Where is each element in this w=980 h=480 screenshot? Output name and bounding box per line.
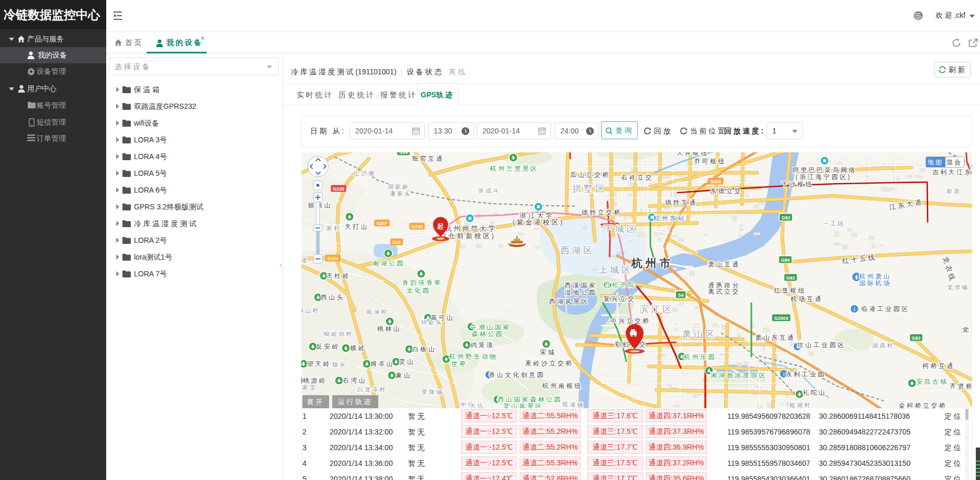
svg-text:东德立交: 东德立交: [710, 187, 742, 195]
svg-text:姆岑山: 姆岑山: [370, 360, 395, 367]
svg-text:i: i: [783, 372, 785, 377]
svg-text:西湖区: 西湖区: [560, 245, 594, 255]
svg-text:灵山风景区: 灵山风景区: [503, 403, 544, 408]
svg-text:麦岭沙立交桥: 麦岭沙立交桥: [525, 360, 573, 367]
svg-text:G235: G235: [411, 224, 423, 229]
svg-text:杭州东站: 杭州东站: [653, 215, 686, 222]
svg-text:瓜山立交桥: 瓜山立交桥: [570, 171, 611, 178]
svg-text:新农: 新农: [947, 188, 961, 194]
svg-text:世界: 世界: [452, 360, 468, 367]
svg-text:(仓前新校区): (仓前新校区): [444, 232, 496, 240]
svg-text:齐贤桥: 齐贤桥: [950, 383, 972, 390]
svg-text:午潮山国家: 午潮山国家: [471, 323, 511, 331]
svg-text:高弓山: 高弓山: [431, 314, 455, 321]
svg-text:娘娘山: 娘娘山: [308, 202, 332, 209]
svg-text:杭州南枢纽: 杭州南枢纽: [542, 382, 583, 389]
svg-text:萧山区: 萧山区: [682, 329, 716, 339]
svg-text:党: 党: [962, 326, 970, 333]
svg-text:西山头: 西山头: [321, 294, 345, 301]
svg-text:安昌古镇: 安昌古镇: [916, 378, 949, 385]
svg-text:中兴立交桥: 中兴立交桥: [611, 317, 651, 325]
svg-text:萧山东互通: 萧山东互通: [756, 334, 796, 341]
svg-text:上城区: 上城区: [599, 265, 633, 275]
svg-text:白龙寺村: 白龙寺村: [357, 386, 387, 393]
svg-text:张成斗: 张成斗: [478, 187, 500, 194]
svg-text:杭州萧山: 杭州萧山: [859, 273, 892, 280]
svg-text:混合: 混合: [947, 159, 963, 166]
svg-text:乔司枢纽: 乔司枢纽: [694, 158, 726, 165]
svg-text:上沙塘: 上沙塘: [354, 170, 376, 176]
svg-text:S101: S101: [710, 179, 721, 184]
svg-text:香韵佳香草: 香韵佳香草: [402, 279, 443, 286]
svg-text:运行轨迹: 运行轨迹: [338, 398, 373, 406]
svg-text:杭州兰里景区: 杭州兰里景区: [490, 165, 538, 172]
svg-text:G92: G92: [781, 215, 790, 220]
svg-text:瓶窑互通: 瓶窑互通: [412, 155, 444, 162]
svg-text:S4: S4: [678, 293, 683, 298]
svg-text:国际机场: 国际机场: [859, 280, 892, 287]
svg-text:桃源岭: 桃源岭: [303, 377, 327, 384]
svg-text:天井枢纽: 天井枢纽: [677, 152, 709, 157]
svg-text:萧山互通: 萧山互通: [708, 261, 740, 268]
svg-text:文化园: 文化园: [407, 287, 431, 294]
svg-text:S15: S15: [392, 240, 401, 245]
svg-text:桃林山: 桃林山: [377, 325, 401, 332]
svg-text:G235: G235: [333, 186, 344, 192]
svg-text:(浙江海宁园区): (浙江海宁园区): [795, 173, 851, 181]
svg-text:万松书院: 万松书院: [604, 281, 636, 288]
svg-text:石湾山: 石湾山: [342, 377, 367, 384]
svg-text:吉利大江东基: 吉利大江东基: [932, 169, 972, 176]
svg-text:红垦枢纽: 红垦枢纽: [773, 287, 806, 294]
svg-text:望天岭: 望天岭: [307, 360, 331, 367]
svg-text:S102: S102: [327, 256, 338, 261]
svg-text:反安岭: 反安岭: [316, 343, 340, 350]
svg-text:鸡笼顶: 鸡笼顶: [470, 341, 494, 349]
svg-text:下城区: 下城区: [604, 224, 638, 234]
svg-text:杭州市: 杭州市: [631, 257, 674, 269]
svg-text:南湖公园: 南湖公园: [373, 260, 405, 267]
svg-text:柯桥互通: 柯桥互通: [922, 362, 955, 370]
svg-text:湿地公园: 湿地公园: [564, 289, 597, 296]
svg-text:周家桥: 周家桥: [388, 184, 410, 190]
svg-text:阿里巴巴菜鸟网络: 阿里巴巴菜鸟网络: [792, 166, 857, 174]
svg-text:宋城: 宋城: [540, 349, 556, 356]
svg-text:S14: S14: [399, 152, 408, 155]
svg-text:G92: G92: [786, 275, 795, 281]
svg-text:桧湖村: 桧湖村: [790, 402, 812, 408]
svg-text:离式立交: 离式立交: [708, 288, 740, 295]
svg-text:G2904: G2904: [774, 316, 788, 321]
svg-text:天打山: 天打山: [345, 223, 369, 230]
svg-text:下沙枢纽: 下沙枢纽: [781, 181, 814, 188]
svg-text:德胜互通: 德胜互通: [665, 199, 697, 206]
svg-text:贩头: 贩头: [332, 361, 347, 367]
svg-text:铜岭坞村: 铜岭坞村: [324, 331, 353, 337]
svg-text:双浦镇: 双浦镇: [562, 401, 584, 408]
svg-text:西溪国家: 西溪国家: [565, 282, 597, 289]
svg-text:南涧村: 南涧村: [366, 309, 388, 315]
svg-text:石祥立交: 石祥立交: [621, 174, 654, 181]
svg-text:i: i: [854, 307, 855, 312]
svg-text:家村: 家村: [326, 225, 341, 231]
svg-text:森林公园: 森林公园: [471, 330, 504, 338]
svg-text:机场互通: 机场互通: [790, 295, 823, 303]
svg-text:潘家头: 潘家头: [390, 191, 412, 197]
svg-text:礼陀山: 礼陀山: [803, 389, 827, 396]
svg-text:铜山村: 铜山村: [301, 307, 320, 314]
svg-text:大坑: 大坑: [470, 403, 485, 408]
svg-text:展开: 展开: [307, 398, 324, 406]
svg-text:一工段: 一工段: [823, 220, 845, 227]
svg-text:湘湖旅游度假区: 湘湖旅游度假区: [710, 372, 767, 379]
svg-text:西湖风景区: 西湖风景区: [549, 298, 590, 305]
svg-text:起: 起: [437, 222, 444, 230]
svg-text:湖鼎村: 湖鼎村: [872, 342, 894, 349]
svg-text:拱墅区: 拱墅区: [572, 184, 606, 194]
svg-text:西山国家森林公园: 西山国家森林公园: [498, 396, 562, 403]
svg-text:地图: 地图: [928, 159, 944, 166]
svg-text:永利工业园: 永利工业园: [786, 371, 826, 378]
svg-text:德胜立交桥: 德胜立交桥: [582, 209, 622, 216]
svg-text:金柯桥立交桥: 金柯桥立交桥: [898, 402, 947, 408]
svg-text:香山文化创意园: 香山文化创意园: [489, 371, 545, 378]
svg-text:横岭: 横岭: [350, 344, 367, 352]
svg-text:杭州师范大学: 杭州师范大学: [445, 225, 497, 232]
svg-text:受降镇: 受降镇: [422, 389, 444, 395]
